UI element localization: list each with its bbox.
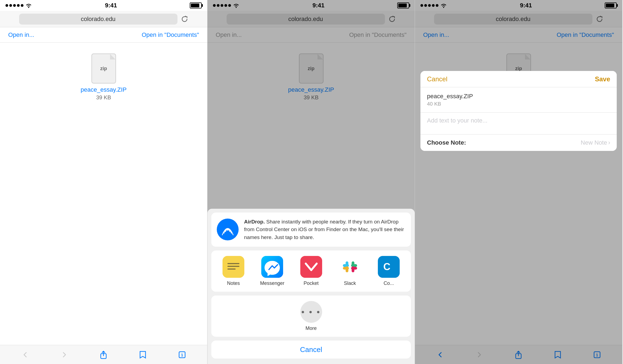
notes-new-note-button[interactable]: New Note › (581, 139, 610, 146)
notes-text-input-area[interactable]: Add text to your note... (420, 113, 617, 135)
notes-new-note-text: New Note (581, 139, 607, 146)
share-sheet-overlay: AirDrop. Share instantly with people nea… (207, 0, 415, 364)
share-sheet: AirDrop. Share instantly with people nea… (207, 209, 415, 364)
wifi-icon-1 (25, 3, 32, 8)
partial-app-icon: C (378, 256, 400, 278)
open-in-bar-1: Open in... Open in "Documents" (0, 27, 207, 43)
svg-text:C: C (383, 261, 390, 272)
notes-app-label: Notes (227, 281, 240, 286)
more-app-icon: • • • (300, 301, 322, 323)
back-button-1[interactable] (18, 348, 32, 362)
status-time-1: 9:41 (105, 2, 117, 9)
svg-rect-14 (300, 256, 322, 278)
app-row-section: Notes (211, 250, 411, 292)
cancel-button-bar[interactable]: Cancel (211, 341, 411, 359)
messenger-app-icon (261, 256, 283, 278)
notes-save-panel: Cancel Save peace_essay.ZIP 40 KB Add te… (420, 71, 617, 151)
file-area-1: zip peace_essay.ZIP 39 KB (0, 43, 207, 345)
partial-app-label: Co... (384, 281, 394, 286)
slack-app-icon (339, 256, 361, 278)
status-right-1 (190, 2, 202, 8)
panel-1: 9:41 colorado.edu Open in... Open in "Do… (0, 0, 207, 364)
open-in-button-1[interactable]: Open in... (8, 31, 34, 38)
svg-rect-15 (339, 256, 361, 278)
signal-dots-1 (5, 4, 23, 7)
open-in-documents-button-1[interactable]: Open in "Documents" (142, 31, 199, 38)
svg-rect-12 (227, 268, 236, 270)
svg-point-0 (28, 7, 29, 8)
cancel-button-label[interactable]: Cancel (300, 345, 322, 354)
tabs-button-1[interactable]: 1 (175, 348, 189, 362)
slack-app-label: Slack (344, 281, 356, 286)
svg-rect-19 (351, 264, 357, 267)
messenger-app-label: Messenger (260, 281, 284, 286)
forward-button-1[interactable] (58, 348, 71, 362)
notes-file-info: peace_essay.ZIP 40 KB (420, 87, 617, 113)
notes-cancel-button[interactable]: Cancel (427, 75, 447, 83)
airdrop-description: AirDrop. Share instantly with people nea… (244, 218, 405, 241)
svg-rect-10 (227, 263, 239, 264)
notes-save-button[interactable]: Save (595, 75, 610, 83)
airdrop-section: AirDrop. Share instantly with people nea… (211, 213, 411, 247)
status-bar-1: 9:41 (0, 0, 207, 11)
app-item-messenger[interactable]: Messenger (253, 256, 292, 286)
url-bar-1[interactable]: colorado.edu (19, 14, 177, 25)
svg-rect-21 (343, 267, 349, 270)
more-section: • • • More (211, 296, 411, 337)
bottom-toolbar-1: 1 (0, 345, 207, 364)
bookmarks-button-1[interactable] (136, 348, 150, 362)
notes-text-placeholder: Add text to your note... (427, 117, 487, 124)
notes-choose-note-label: Choose Note: (427, 139, 466, 146)
svg-rect-23 (351, 267, 357, 270)
airdrop-icon (217, 219, 239, 240)
battery-icon-1 (190, 2, 202, 8)
reload-button-1[interactable] (181, 15, 188, 23)
pocket-app-label: Pocket (304, 281, 319, 286)
notes-app-icon (222, 256, 244, 278)
notes-save-header: Cancel Save (420, 71, 617, 87)
app-item-partial[interactable]: C Co... (369, 256, 408, 286)
more-label: More (305, 326, 317, 331)
panel-3: 9:41 colorado.edu Open in... Open in "Do… (415, 0, 622, 364)
svg-rect-11 (227, 266, 239, 267)
notes-save-overlay: Cancel Save peace_essay.ZIP 40 KB Add te… (415, 0, 622, 364)
more-dots: • • • (301, 307, 321, 317)
app-item-notes[interactable]: Notes (214, 256, 253, 286)
panel-2: 9:41 colorado.edu Open in... Open in "Do… (207, 0, 415, 364)
notes-choose-row[interactable]: Choose Note: New Note › (420, 135, 617, 151)
share-button-1[interactable] (97, 348, 110, 362)
file-name-1: peace_essay.ZIP (81, 86, 126, 93)
notes-attachment-name: peace_essay.ZIP (427, 93, 610, 100)
app-item-more[interactable]: • • • More (214, 301, 408, 331)
browser-bar-1: colorado.edu (0, 11, 207, 27)
app-item-pocket[interactable]: Pocket (292, 256, 330, 286)
zip-file-icon-1: zip (91, 53, 116, 83)
svg-text:1: 1 (181, 353, 183, 357)
svg-rect-17 (343, 264, 349, 267)
app-item-slack[interactable]: Slack (331, 256, 369, 286)
pocket-app-icon (300, 256, 322, 278)
notes-chevron-icon: › (608, 139, 610, 146)
file-size-1: 39 KB (96, 94, 111, 101)
notes-attachment-size: 40 KB (427, 101, 610, 107)
status-left-1 (5, 3, 32, 8)
